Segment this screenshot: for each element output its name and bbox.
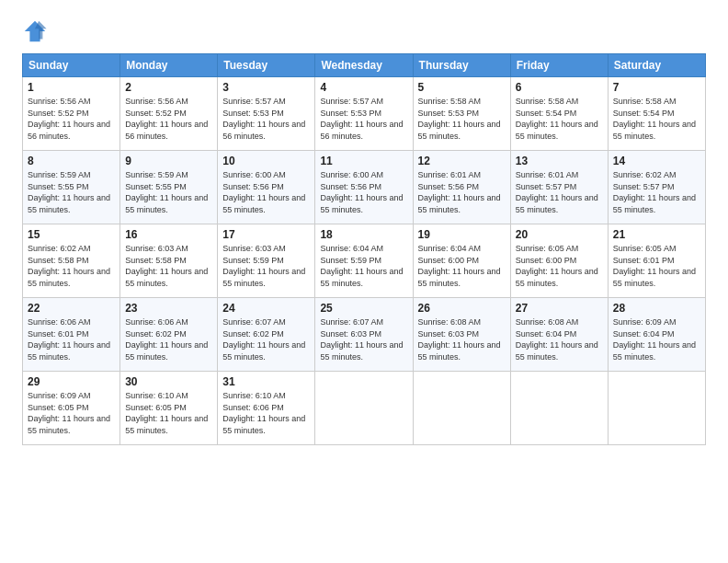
day-number: 30 (125, 375, 212, 388)
calendar-week-2: 8 Sunrise: 5:59 AMSunset: 5:55 PMDayligh… (23, 151, 706, 224)
page: SundayMondayTuesdayWednesdayThursdayFrid… (0, 0, 728, 563)
day-number: 14 (613, 155, 700, 167)
day-info: Sunrise: 5:59 AMSunset: 5:55 PMDaylight:… (28, 170, 110, 214)
day-number: 7 (613, 81, 700, 94)
calendar-header-friday: Friday (510, 54, 608, 77)
day-number: 18 (320, 228, 407, 241)
day-number: 13 (516, 155, 603, 167)
day-number: 28 (613, 302, 700, 315)
day-info: Sunrise: 6:02 AMSunset: 5:58 PMDaylight:… (28, 244, 110, 288)
day-info: Sunrise: 5:57 AMSunset: 5:53 PMDaylight:… (222, 97, 305, 141)
day-number: 17 (222, 228, 310, 241)
day-number: 10 (222, 155, 310, 167)
day-info: Sunrise: 6:04 AMSunset: 5:59 PMDaylight:… (320, 244, 403, 288)
calendar-cell: 30 Sunrise: 6:10 AMSunset: 6:05 PMDaylig… (120, 372, 218, 445)
calendar-cell: 27 Sunrise: 6:08 AMSunset: 6:04 PMDaylig… (510, 298, 608, 372)
calendar-cell: 12 Sunrise: 6:01 AMSunset: 5:56 PMDaylig… (413, 151, 510, 224)
calendar-cell: 3 Sunrise: 5:57 AMSunset: 5:53 PMDayligh… (218, 77, 315, 151)
day-number: 26 (418, 302, 506, 315)
calendar-cell: 26 Sunrise: 6:08 AMSunset: 6:03 PMDaylig… (413, 298, 510, 372)
calendar-cell: 20 Sunrise: 6:05 AMSunset: 6:00 PMDaylig… (510, 224, 608, 298)
calendar-cell: 2 Sunrise: 5:56 AMSunset: 5:52 PMDayligh… (120, 77, 218, 151)
calendar-cell: 14 Sunrise: 6:02 AMSunset: 5:57 PMDaylig… (608, 151, 705, 224)
day-info: Sunrise: 6:04 AMSunset: 6:00 PMDaylight:… (418, 244, 501, 288)
calendar-cell: 19 Sunrise: 6:04 AMSunset: 6:00 PMDaylig… (413, 224, 510, 298)
day-info: Sunrise: 6:01 AMSunset: 5:56 PMDaylight:… (418, 170, 501, 214)
day-info: Sunrise: 6:10 AMSunset: 6:06 PMDaylight:… (222, 391, 305, 435)
day-info: Sunrise: 6:05 AMSunset: 6:01 PMDaylight:… (613, 244, 696, 288)
day-number: 1 (28, 81, 115, 94)
calendar-week-5: 29 Sunrise: 6:09 AMSunset: 6:05 PMDaylig… (23, 372, 706, 445)
day-info: Sunrise: 6:09 AMSunset: 6:05 PMDaylight:… (28, 391, 110, 435)
day-number: 24 (222, 302, 310, 315)
day-info: Sunrise: 6:08 AMSunset: 6:04 PMDaylight:… (516, 317, 598, 362)
logo-icon (22, 18, 48, 44)
day-number: 16 (125, 228, 212, 241)
day-info: Sunrise: 6:05 AMSunset: 6:00 PMDaylight:… (516, 244, 598, 288)
day-info: Sunrise: 6:07 AMSunset: 6:02 PMDaylight:… (222, 317, 305, 362)
calendar-cell (608, 372, 705, 445)
calendar-cell: 28 Sunrise: 6:09 AMSunset: 6:04 PMDaylig… (608, 298, 705, 372)
day-info: Sunrise: 5:57 AMSunset: 5:53 PMDaylight:… (320, 97, 403, 141)
day-info: Sunrise: 6:02 AMSunset: 5:57 PMDaylight:… (613, 170, 696, 214)
day-number: 22 (28, 302, 115, 315)
day-info: Sunrise: 6:06 AMSunset: 6:02 PMDaylight:… (125, 317, 208, 362)
calendar-table: SundayMondayTuesdayWednesdayThursdayFrid… (22, 53, 706, 445)
calendar-cell: 4 Sunrise: 5:57 AMSunset: 5:53 PMDayligh… (315, 77, 413, 151)
calendar-cell: 31 Sunrise: 6:10 AMSunset: 6:06 PMDaylig… (218, 372, 315, 445)
calendar-cell: 13 Sunrise: 6:01 AMSunset: 5:57 PMDaylig… (510, 151, 608, 224)
calendar-cell: 6 Sunrise: 5:58 AMSunset: 5:54 PMDayligh… (510, 77, 608, 151)
calendar-header-sunday: Sunday (23, 54, 120, 77)
day-number: 6 (516, 81, 603, 94)
calendar-cell: 5 Sunrise: 5:58 AMSunset: 5:53 PMDayligh… (413, 77, 510, 151)
calendar-cell: 18 Sunrise: 6:04 AMSunset: 5:59 PMDaylig… (315, 224, 413, 298)
calendar-cell: 25 Sunrise: 6:07 AMSunset: 6:03 PMDaylig… (315, 298, 413, 372)
day-info: Sunrise: 6:07 AMSunset: 6:03 PMDaylight:… (320, 317, 403, 362)
calendar-cell: 7 Sunrise: 5:58 AMSunset: 5:54 PMDayligh… (608, 77, 705, 151)
logo (22, 18, 51, 44)
calendar-cell: 10 Sunrise: 6:00 AMSunset: 5:56 PMDaylig… (218, 151, 315, 224)
day-info: Sunrise: 6:06 AMSunset: 6:01 PMDaylight:… (28, 317, 110, 362)
calendar-cell: 16 Sunrise: 6:03 AMSunset: 5:58 PMDaylig… (120, 224, 218, 298)
day-number: 4 (320, 81, 407, 94)
day-number: 23 (125, 302, 212, 315)
calendar-cell: 23 Sunrise: 6:06 AMSunset: 6:02 PMDaylig… (120, 298, 218, 372)
calendar-cell: 24 Sunrise: 6:07 AMSunset: 6:02 PMDaylig… (218, 298, 315, 372)
calendar-cell: 15 Sunrise: 6:02 AMSunset: 5:58 PMDaylig… (23, 224, 120, 298)
calendar-cell: 9 Sunrise: 5:59 AMSunset: 5:55 PMDayligh… (120, 151, 218, 224)
day-info: Sunrise: 6:00 AMSunset: 5:56 PMDaylight:… (320, 170, 403, 214)
calendar-cell (413, 372, 510, 445)
calendar-week-3: 15 Sunrise: 6:02 AMSunset: 5:58 PMDaylig… (23, 224, 706, 298)
day-info: Sunrise: 6:09 AMSunset: 6:04 PMDaylight:… (613, 317, 696, 362)
day-number: 31 (222, 375, 310, 388)
day-info: Sunrise: 6:01 AMSunset: 5:57 PMDaylight:… (516, 170, 598, 214)
day-number: 21 (613, 228, 700, 241)
calendar-cell: 11 Sunrise: 6:00 AMSunset: 5:56 PMDaylig… (315, 151, 413, 224)
day-number: 5 (418, 81, 506, 94)
day-info: Sunrise: 6:03 AMSunset: 5:58 PMDaylight:… (125, 244, 208, 288)
day-info: Sunrise: 5:59 AMSunset: 5:55 PMDaylight:… (125, 170, 208, 214)
day-number: 20 (516, 228, 603, 241)
calendar-cell: 22 Sunrise: 6:06 AMSunset: 6:01 PMDaylig… (23, 298, 120, 372)
calendar-week-1: 1 Sunrise: 5:56 AMSunset: 5:52 PMDayligh… (23, 77, 706, 151)
day-number: 29 (28, 375, 115, 388)
day-number: 12 (418, 155, 506, 167)
calendar-cell: 21 Sunrise: 6:05 AMSunset: 6:01 PMDaylig… (608, 224, 705, 298)
calendar-cell: 29 Sunrise: 6:09 AMSunset: 6:05 PMDaylig… (23, 372, 120, 445)
day-number: 15 (28, 228, 115, 241)
day-info: Sunrise: 5:56 AMSunset: 5:52 PMDaylight:… (125, 97, 208, 141)
calendar-week-4: 22 Sunrise: 6:06 AMSunset: 6:01 PMDaylig… (23, 298, 706, 372)
day-number: 25 (320, 302, 407, 315)
calendar-cell: 8 Sunrise: 5:59 AMSunset: 5:55 PMDayligh… (23, 151, 120, 224)
day-info: Sunrise: 5:58 AMSunset: 5:54 PMDaylight:… (516, 97, 598, 141)
day-info: Sunrise: 5:58 AMSunset: 5:54 PMDaylight:… (613, 97, 696, 141)
day-number: 19 (418, 228, 506, 241)
calendar-cell: 17 Sunrise: 6:03 AMSunset: 5:59 PMDaylig… (218, 224, 315, 298)
calendar-cell: 1 Sunrise: 5:56 AMSunset: 5:52 PMDayligh… (23, 77, 120, 151)
calendar-header-saturday: Saturday (608, 54, 705, 77)
calendar-cell (315, 372, 413, 445)
calendar-header-tuesday: Tuesday (218, 54, 315, 77)
day-info: Sunrise: 6:03 AMSunset: 5:59 PMDaylight:… (222, 244, 305, 288)
day-info: Sunrise: 6:00 AMSunset: 5:56 PMDaylight:… (222, 170, 305, 214)
calendar-header-thursday: Thursday (413, 54, 510, 77)
